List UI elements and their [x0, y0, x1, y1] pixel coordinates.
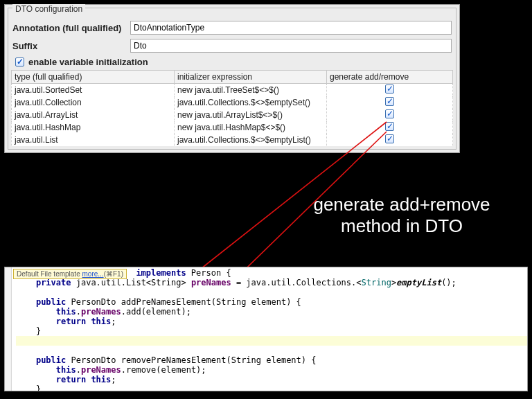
table-row[interactable]: java.util.Listjava.util.Collections.$<>$… [12, 134, 453, 146]
annotation-label: Annotation (full qualified) [12, 23, 130, 33]
cell-type[interactable]: java.util.HashMap [12, 121, 175, 134]
cell-gen[interactable] [327, 134, 453, 146]
checkbox-icon[interactable] [15, 57, 24, 66]
code-gutter [5, 267, 12, 391]
code-panel: Default File template more...(⌘F1) imple… [4, 267, 528, 391]
annotation-row: Annotation (full qualified) [8, 19, 456, 37]
dto-config-group: DTO configuration Annotation (full quali… [8, 8, 456, 150]
init-table: type (full qualified) initializer expres… [11, 70, 453, 146]
cell-init[interactable]: java.util.Collections.$<>$emptySet() [175, 96, 327, 109]
col-type[interactable]: type (full qualified) [12, 71, 175, 84]
cell-gen[interactable] [327, 109, 453, 121]
group-title: DTO configuration [12, 4, 85, 14]
cell-type[interactable]: java.util.ArrayList [12, 109, 175, 121]
code-body[interactable]: implements Person { private java.util.Li… [5, 267, 527, 391]
col-init[interactable]: initializer expression [175, 71, 327, 84]
suffix-label: Suffix [12, 41, 130, 51]
cell-type[interactable]: java.util.Collection [12, 96, 175, 109]
cell-type[interactable]: java.util.List [12, 134, 175, 146]
checkbox-icon[interactable] [385, 122, 394, 131]
enable-init-row[interactable]: enable variable initialization [8, 55, 456, 70]
cell-gen[interactable] [327, 84, 453, 97]
suffix-row: Suffix [8, 37, 456, 55]
enable-init-label: enable variable initialization [28, 57, 148, 67]
cell-init[interactable]: new java.util.TreeSet$<>$() [175, 84, 327, 97]
table-row[interactable]: java.util.Collectionjava.util.Collection… [12, 96, 453, 109]
annotation-caption: generate add+remove method in DTO [298, 194, 506, 237]
checkbox-icon[interactable] [385, 134, 394, 143]
suffix-input[interactable] [130, 39, 452, 53]
checkbox-icon[interactable] [385, 109, 394, 118]
annotation-line2: method in DTO [341, 215, 463, 236]
template-hint[interactable]: Default File template more...(⌘F1) [13, 269, 127, 279]
cell-gen[interactable] [327, 96, 453, 109]
annotation-line1: generate add+remove [313, 194, 490, 215]
annotation-input[interactable] [130, 21, 452, 35]
table-row[interactable]: java.util.SortedSetnew java.util.TreeSet… [12, 84, 453, 97]
col-gen[interactable]: generate add/remove [327, 71, 453, 84]
hint-prefix: Default File template [17, 270, 82, 278]
cell-gen[interactable] [327, 121, 453, 134]
dto-config-panel: DTO configuration Annotation (full quali… [4, 4, 460, 153]
hint-link[interactable]: more... [82, 270, 104, 278]
cell-type[interactable]: java.util.SortedSet [12, 84, 175, 97]
cell-init[interactable]: new java.util.HashMap$<>$() [175, 121, 327, 134]
checkbox-icon[interactable] [385, 97, 394, 106]
table-row[interactable]: java.util.ArrayListnew java.util.ArrayLi… [12, 109, 453, 121]
cell-init[interactable]: new java.util.ArrayList$<>$() [175, 109, 327, 121]
hint-key: (⌘F1) [104, 270, 123, 278]
table-row[interactable]: java.util.HashMapnew java.util.HashMap$<… [12, 121, 453, 134]
checkbox-icon[interactable] [385, 85, 394, 94]
cell-init[interactable]: java.util.Collections.$<>$emptyList() [175, 134, 327, 146]
